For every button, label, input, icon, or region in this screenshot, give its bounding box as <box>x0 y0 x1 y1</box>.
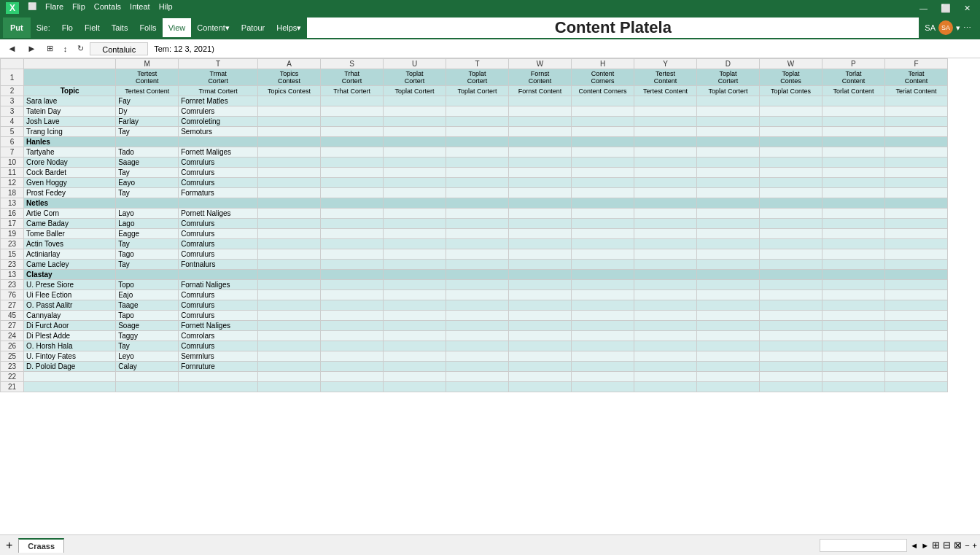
cell-empty[interactable] <box>384 270 446 280</box>
tab-flo[interactable]: Flo <box>56 18 79 37</box>
tab-patour[interactable]: Patour <box>236 18 271 37</box>
cell-empty[interactable] <box>696 300 759 311</box>
cell-empty[interactable] <box>258 270 321 280</box>
cell-empty[interactable] <box>384 147 446 158</box>
cell-empty[interactable] <box>384 127 446 137</box>
cell-topic[interactable]: Taage <box>116 300 179 311</box>
tab-content[interactable]: Content▾ <box>191 18 236 37</box>
cell-empty[interactable] <box>634 198 697 209</box>
tab-taits[interactable]: Taits <box>106 18 134 37</box>
cell-empty[interactable] <box>696 147 759 158</box>
cell-empty[interactable] <box>384 209 446 219</box>
cell-empty[interactable] <box>884 198 947 209</box>
cell-topic[interactable]: Tay <box>116 341 179 351</box>
cell-empty[interactable] <box>884 321 947 331</box>
cell-empty[interactable] <box>509 106 572 117</box>
cell-empty[interactable] <box>258 351 321 362</box>
cell-content[interactable]: Formaturs <box>179 188 258 198</box>
cell-name[interactable]: Hanles <box>24 137 116 147</box>
cell-empty[interactable] <box>384 188 446 198</box>
cell-empty[interactable] <box>634 209 697 219</box>
cell-empty[interactable] <box>634 96 697 106</box>
ribbon-dropdown-btn[interactable]: ▾ <box>956 23 960 33</box>
cell-empty[interactable] <box>321 106 384 117</box>
col-header-name[interactable] <box>24 59 116 69</box>
cell-empty[interactable] <box>696 117 759 127</box>
cell-empty[interactable] <box>446 311 509 321</box>
scroll-left-btn[interactable]: ◄ <box>910 541 918 550</box>
cell-empty[interactable] <box>446 106 509 117</box>
cell-empty[interactable] <box>634 137 697 147</box>
cell-empty[interactable] <box>884 178 947 188</box>
col-header-U[interactable]: U <box>384 59 446 69</box>
cell-empty[interactable] <box>822 311 884 321</box>
cell-empty[interactable] <box>884 188 947 198</box>
cell-empty[interactable] <box>634 382 697 392</box>
cell-empty[interactable] <box>572 331 634 341</box>
cell-empty[interactable] <box>822 331 884 341</box>
cell-empty[interactable] <box>446 178 509 188</box>
cell-empty[interactable] <box>759 106 822 117</box>
cell-empty[interactable] <box>884 270 947 280</box>
menu-hilp[interactable]: Hilp <box>159 2 173 14</box>
cell-empty[interactable] <box>258 229 321 239</box>
cell-empty[interactable] <box>884 229 947 239</box>
cell-name[interactable]: Di Furct Aoor <box>24 321 116 331</box>
cell-empty[interactable] <box>258 219 321 229</box>
cell-empty[interactable] <box>321 239 384 249</box>
cell-empty[interactable] <box>572 198 634 209</box>
cell-empty[interactable] <box>759 382 822 392</box>
cell-empty[interactable] <box>509 372 572 382</box>
cell-topic[interactable] <box>116 198 179 209</box>
cell-empty[interactable] <box>634 147 697 158</box>
cell-empty[interactable] <box>822 290 884 300</box>
cell-topic[interactable] <box>116 382 179 392</box>
cell-empty[interactable] <box>822 280 884 290</box>
cell-empty[interactable] <box>572 188 634 198</box>
cell-empty[interactable] <box>446 158 509 168</box>
cell-empty[interactable] <box>759 127 822 137</box>
cell-content[interactable]: Fornati Naliges <box>179 280 258 290</box>
cell-empty[interactable] <box>446 147 509 158</box>
cell-empty[interactable] <box>572 321 634 331</box>
cell-empty[interactable] <box>446 331 509 341</box>
cell-empty[interactable] <box>258 168 321 178</box>
cell-empty[interactable] <box>884 147 947 158</box>
cell-empty[interactable] <box>822 188 884 198</box>
cell-empty[interactable] <box>822 372 884 382</box>
cell-empty[interactable] <box>572 239 634 249</box>
cell-empty[interactable] <box>696 382 759 392</box>
cell-empty[interactable] <box>822 382 884 392</box>
cell-empty[interactable] <box>884 290 947 300</box>
cell-empty[interactable] <box>258 249 321 260</box>
cell-empty[interactable] <box>258 209 321 219</box>
cell-empty[interactable] <box>258 137 321 147</box>
cell-empty[interactable] <box>384 219 446 229</box>
cell-empty[interactable] <box>509 290 572 300</box>
cell-empty[interactable] <box>321 188 384 198</box>
cell-empty[interactable] <box>384 382 446 392</box>
cell-content[interactable]: Fornret Matles <box>179 96 258 106</box>
cell-empty[interactable] <box>634 260 697 270</box>
col-header-M[interactable]: M <box>116 59 179 69</box>
cell-empty[interactable] <box>258 331 321 341</box>
col-header-A[interactable]: A <box>258 59 321 69</box>
cell-content[interactable]: Comrulurs <box>179 158 258 168</box>
cell-empty[interactable] <box>822 300 884 311</box>
cell-empty[interactable] <box>634 168 697 178</box>
cell-empty[interactable] <box>884 300 947 311</box>
cell-empty[interactable] <box>384 300 446 311</box>
cell-empty[interactable] <box>384 96 446 106</box>
cell-empty[interactable] <box>884 209 947 219</box>
cell-name[interactable] <box>24 382 116 392</box>
cell-topic[interactable]: Eagge <box>116 229 179 239</box>
cell-empty[interactable] <box>759 188 822 198</box>
cell-empty[interactable] <box>509 209 572 219</box>
cell-name[interactable]: Gven Hoggy <box>24 178 116 188</box>
cell-empty[interactable] <box>696 311 759 321</box>
cell-empty[interactable] <box>634 188 697 198</box>
cell-empty[interactable] <box>572 178 634 188</box>
cell-content[interactable]: Comrulurs <box>179 290 258 300</box>
minimize-btn[interactable]: — <box>916 4 931 13</box>
cell-topic[interactable]: Layo <box>116 209 179 219</box>
